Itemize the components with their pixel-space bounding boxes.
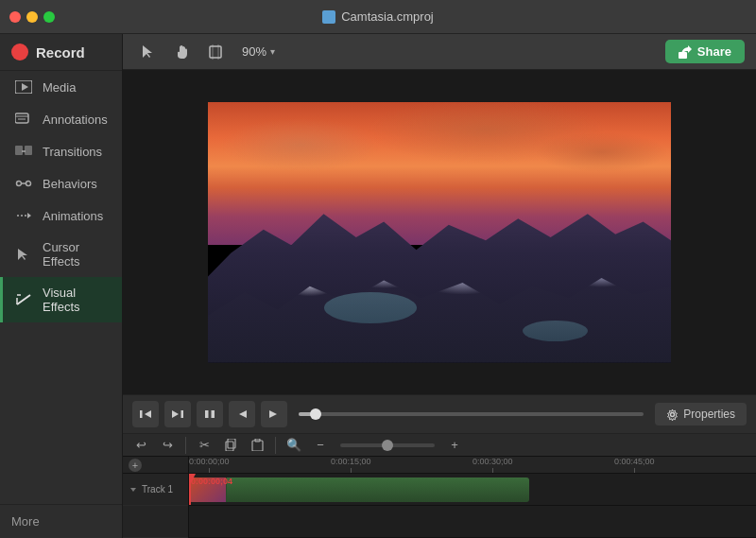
timeline-area: ↩ ↪ ✂ 🔍 − + (123, 434, 756, 538)
video-clip-1[interactable] (189, 477, 529, 502)
zoom-in-button[interactable]: 🔍 (284, 435, 304, 456)
maximize-button[interactable] (43, 11, 55, 23)
track-label-2 (123, 506, 188, 538)
timeline-tracks: 0:00:00;00 0:00:15;00 0:00:30;00 0: (189, 457, 756, 538)
ruler-mark-1: 0:00:15;00 (331, 457, 371, 473)
crop-tool-button[interactable] (202, 39, 229, 65)
svg-rect-2 (15, 113, 28, 123)
window-title: Camtasia.cmproj (322, 9, 434, 24)
minimize-button[interactable] (26, 11, 38, 23)
annotations-icon (14, 112, 33, 127)
track-label-1: Track 1 (123, 474, 188, 506)
skip-back-icon (140, 408, 151, 420)
ruler-mark-3: 0:00:45;00 (614, 457, 655, 473)
svg-rect-33 (252, 441, 263, 451)
step-forward-button[interactable] (164, 401, 191, 427)
svg-rect-23 (140, 410, 143, 418)
sidebar-label-visual-effects: Visual Effects (43, 286, 111, 314)
visual-effects-icon (14, 292, 33, 307)
paste-icon (251, 439, 264, 451)
toolbar-tools: 90% ▾ (134, 39, 281, 65)
timeline-zoom-slider[interactable] (340, 443, 435, 447)
track-row-1: 0:00:00;04 (189, 474, 756, 506)
sidebar-item-animations[interactable]: Animations (0, 200, 122, 232)
timeline-toolbar: ↩ ↪ ✂ 🔍 − + (123, 434, 756, 457)
svg-point-30 (671, 412, 675, 416)
playhead: 0:00:00;04 (189, 474, 191, 505)
zoom-slider-thumb[interactable] (382, 440, 393, 451)
svg-marker-17 (143, 45, 152, 58)
svg-rect-18 (210, 46, 221, 58)
ruler-mark-0: 0:00:00;00 (189, 457, 230, 473)
progress-track[interactable] (299, 412, 644, 416)
track-row-2 (189, 506, 756, 538)
cut-button[interactable]: ✂ (194, 435, 215, 456)
playhead-timestamp: 0:00:00;04 (191, 477, 232, 486)
sidebar-label-cursor-effects: Cursor Effects (43, 240, 111, 269)
pause-button[interactable] (197, 401, 223, 427)
svg-rect-31 (228, 439, 235, 448)
svg-rect-5 (15, 146, 23, 155)
svg-point-8 (17, 182, 22, 186)
frame-back-icon (237, 408, 247, 420)
progress-thumb[interactable] (310, 408, 321, 420)
ruler-mark-2: 0:00:30;00 (472, 457, 513, 473)
media-icon (14, 79, 33, 95)
zoom-arrow-icon: ▾ (270, 46, 275, 57)
timeline-ruler: 0:00:00;00 0:00:15;00 0:00:30;00 0: (189, 457, 756, 474)
properties-button[interactable]: Properties (655, 403, 747, 425)
sidebar-item-cursor-effects[interactable]: Cursor Effects (0, 232, 122, 277)
redo-button[interactable]: ↪ (157, 435, 178, 456)
sidebar-label-animations: Animations (43, 209, 103, 223)
zoom-minus-button[interactable]: − (310, 435, 331, 456)
video-preview (208, 102, 671, 363)
track-name-1: Track 1 (142, 484, 173, 495)
main-container: Record Media Annotations Transitions (0, 34, 756, 538)
step-forward-icon (172, 408, 183, 420)
frame-forward-icon (269, 408, 279, 420)
skip-back-button[interactable] (132, 401, 159, 427)
preview-area (123, 70, 756, 394)
gear-icon (666, 408, 679, 421)
playback-bar: Properties (123, 394, 756, 434)
clouds-layer (208, 102, 671, 246)
svg-rect-27 (212, 410, 215, 418)
svg-marker-22 (145, 410, 151, 418)
add-track-button[interactable]: + (129, 459, 142, 472)
sidebar-more[interactable]: More (0, 504, 122, 538)
title-text: Camtasia.cmproj (341, 9, 434, 24)
sidebar-item-annotations[interactable]: Annotations (0, 103, 122, 135)
sidebar-label-behaviors: Behaviors (43, 177, 97, 191)
frame-forward-button[interactable] (261, 401, 287, 427)
frame-back-button[interactable] (229, 401, 255, 427)
copy-icon (225, 439, 237, 451)
ruler-label-area: + (123, 457, 188, 474)
share-button[interactable]: Share (665, 40, 745, 63)
sidebar-item-behaviors[interactable]: Behaviors (0, 167, 122, 200)
svg-rect-26 (205, 410, 209, 418)
svg-line-14 (17, 295, 30, 304)
svg-point-9 (26, 182, 31, 186)
record-icon (11, 43, 28, 61)
copy-button[interactable] (220, 435, 241, 456)
record-button[interactable]: Record (0, 34, 122, 71)
svg-marker-1 (22, 83, 28, 91)
undo-button[interactable]: ↩ (130, 435, 151, 456)
share-label: Share (697, 44, 731, 59)
sidebar-item-media[interactable]: Media (0, 71, 122, 103)
sidebar-item-visual-effects[interactable]: Visual Effects (0, 277, 122, 322)
behaviors-icon (14, 176, 33, 191)
zoom-control[interactable]: 90% ▾ (236, 42, 281, 61)
close-button[interactable] (9, 11, 21, 23)
select-tool-button[interactable] (134, 39, 161, 65)
toolbar: 90% ▾ Share (123, 34, 756, 70)
svg-marker-12 (27, 213, 31, 218)
paste-button[interactable] (247, 435, 267, 456)
sidebar-label-media: Media (43, 80, 76, 95)
file-icon (322, 10, 335, 24)
zoom-plus-button[interactable]: + (444, 435, 465, 456)
sidebar: Record Media Annotations Transitions (0, 34, 123, 538)
share-icon (679, 45, 692, 59)
hand-tool-button[interactable] (168, 39, 195, 65)
sidebar-item-transitions[interactable]: Transitions (0, 135, 122, 167)
